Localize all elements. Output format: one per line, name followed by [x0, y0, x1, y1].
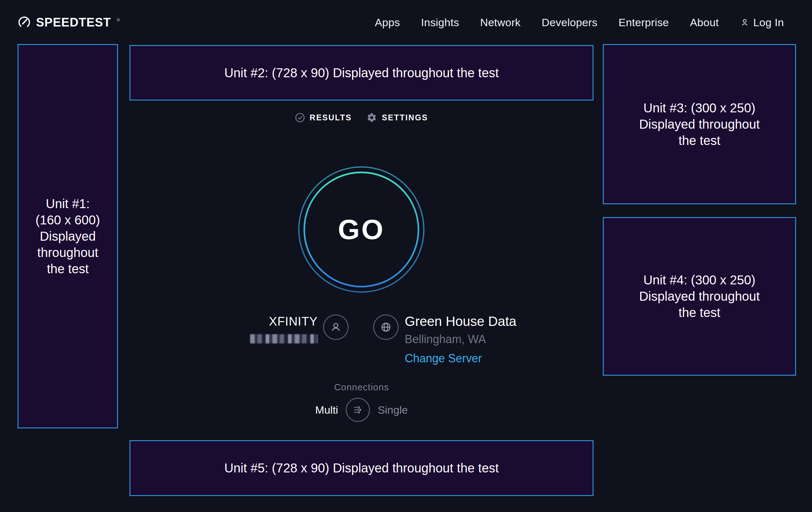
nav-developers[interactable]: Developers [542, 16, 597, 29]
main-nav: Apps Insights Network Developers Enterpr… [375, 16, 784, 29]
ad-unit-5: Unit #5: (728 x 90) Displayed throughout… [129, 440, 593, 496]
nav-network[interactable]: Network [480, 16, 521, 29]
server-name: Green House Data [405, 314, 516, 329]
multi-arrows-icon [351, 403, 365, 417]
nav-enterprise[interactable]: Enterprise [618, 16, 669, 29]
ad-unit-2-text: Unit #2: (728 x 90) Displayed throughout… [224, 65, 499, 81]
connections-option-multi[interactable]: Multi [315, 404, 338, 416]
server-block: Green House Data Bellingham, WA Change S… [405, 314, 516, 365]
tab-settings[interactable]: SETTINGS [367, 112, 428, 123]
speedtest-page: SPEEDTEST ® Apps Insights Network Develo… [0, 0, 812, 512]
tab-settings-label: SETTINGS [382, 113, 428, 122]
change-server-link[interactable]: Change Server [405, 352, 482, 365]
ad-unit-1-text: Unit #1: (160 x 600) Displayed throughou… [32, 196, 104, 277]
nav-about[interactable]: About [690, 16, 719, 29]
user-icon [740, 18, 750, 27]
login-label: Log In [753, 16, 784, 29]
go-label: GO [297, 166, 425, 293]
person-icon [329, 320, 343, 334]
tab-results-label: RESULTS [310, 113, 352, 122]
connections-option-single[interactable]: Single [378, 404, 408, 416]
trademark: ® [117, 18, 120, 22]
go-button[interactable]: GO [297, 166, 425, 293]
tab-results[interactable]: RESULTS [295, 112, 352, 123]
server-location: Bellingham, WA [405, 332, 486, 346]
isp-block: XFINITY [198, 314, 318, 344]
isp-name: XFINITY [269, 314, 318, 329]
nav-apps[interactable]: Apps [375, 16, 400, 29]
nav-insights[interactable]: Insights [421, 16, 459, 29]
brand-logo[interactable]: SPEEDTEST ® [18, 16, 120, 29]
brand-name: SPEEDTEST [36, 16, 111, 29]
connections-toggle[interactable] [346, 398, 370, 422]
gauge-icon [18, 16, 31, 29]
ad-unit-4-text: Unit #4: (300 x 250) Displayed throughou… [634, 272, 765, 321]
ad-unit-3-text: Unit #3: (300 x 250) Displayed throughou… [634, 100, 765, 149]
navbar: SPEEDTEST ® Apps Insights Network Develo… [0, 0, 812, 45]
redacted-ip [250, 334, 318, 344]
isp-avatar [323, 315, 349, 340]
connections-row: Multi Single [129, 398, 593, 422]
check-circle-icon [295, 113, 305, 123]
server-avatar [373, 315, 399, 340]
ad-unit-2: Unit #2: (728 x 90) Displayed throughout… [129, 45, 593, 101]
gear-icon [367, 112, 377, 123]
ad-unit-1: Unit #1: (160 x 600) Displayed throughou… [18, 44, 118, 428]
tabs-row: RESULTS SETTINGS [129, 112, 593, 123]
connections-title: Connections [129, 382, 593, 393]
login-link[interactable]: Log In [740, 16, 784, 29]
ad-unit-3: Unit #3: (300 x 250) Displayed throughou… [603, 44, 796, 204]
ad-unit-5-text: Unit #5: (728 x 90) Displayed throughout… [224, 460, 499, 476]
globe-icon [379, 320, 393, 334]
ad-unit-4: Unit #4: (300 x 250) Displayed throughou… [603, 217, 796, 376]
